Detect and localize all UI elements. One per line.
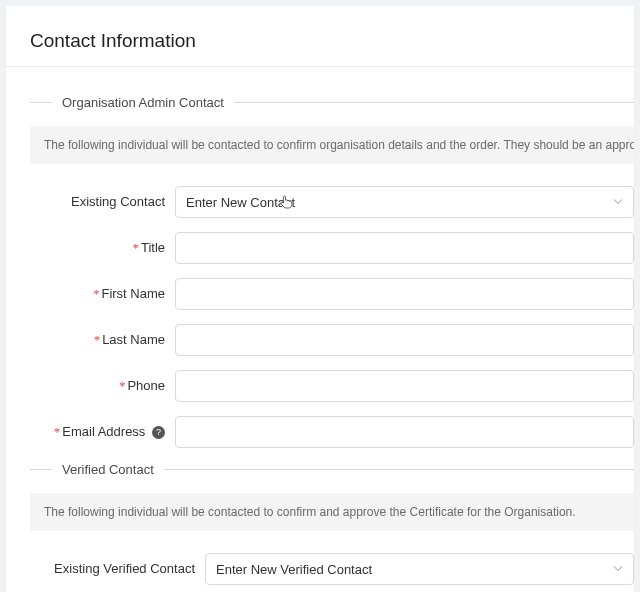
section-legend-org-admin: Organisation Admin Contact [62,95,224,110]
required-star: * [132,240,139,255]
email-input[interactable] [175,416,634,448]
section-divider-verified: Verified Contact [30,462,634,477]
last-name-input[interactable] [175,324,634,356]
title-input[interactable] [175,232,634,264]
label-existing-contact: Existing Contact [30,186,175,218]
existing-contact-select[interactable]: Enter New Contact [175,186,634,218]
page-title: Contact Information [6,30,634,66]
label-email: *Email Address ? [30,416,175,448]
existing-contact-value: Enter New Contact [186,195,295,210]
phone-input[interactable] [175,370,634,402]
required-star: * [54,424,61,439]
alert-org-admin: The following individual will be contact… [30,126,634,164]
required-star: * [93,286,100,301]
first-name-input[interactable] [175,278,634,310]
section-legend-verified: Verified Contact [62,462,154,477]
label-existing-verified-contact: Existing Verified Contact [30,553,205,585]
chevron-down-icon [613,562,623,577]
label-first-name: *First Name [30,278,175,310]
label-last-name: *Last Name [30,324,175,356]
existing-verified-contact-select[interactable]: Enter New Verified Contact [205,553,634,585]
existing-verified-contact-value: Enter New Verified Contact [216,562,372,577]
required-star: * [119,378,126,393]
required-star: * [94,332,101,347]
label-title: *Title [30,232,175,264]
chevron-down-icon [613,195,623,210]
question-circle-icon[interactable]: ? [152,426,165,439]
label-phone: *Phone [30,370,175,402]
alert-verified: The following individual will be contact… [30,493,634,531]
section-divider-org-admin: Organisation Admin Contact [30,95,634,110]
